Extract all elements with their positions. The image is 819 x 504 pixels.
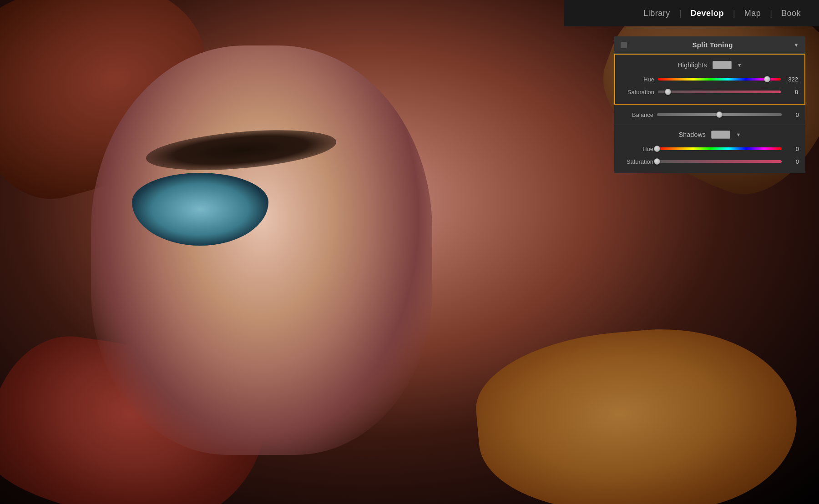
balance-section: Balance 0	[614, 105, 805, 125]
top-navigation: Library | Develop | Map | Book	[564, 0, 819, 26]
shadows-hue-label: Hue	[621, 146, 653, 152]
highlights-saturation-label: Saturation	[622, 89, 654, 96]
panel-header-icon	[621, 42, 627, 48]
nav-library[interactable]: Library	[634, 9, 679, 18]
shadows-saturation-thumb[interactable]	[654, 158, 660, 165]
root: Library | Develop | Map | Book Split Ton…	[0, 0, 819, 504]
highlights-hue-value: 322	[784, 76, 798, 83]
nav-map[interactable]: Map	[735, 9, 770, 18]
highlights-label: Highlights	[677, 61, 707, 69]
highlights-saturation-row: Saturation 8	[615, 86, 804, 98]
highlights-label-row: Highlights ▼	[615, 59, 804, 73]
highlights-chevron[interactable]: ▼	[737, 62, 742, 68]
leaf-bottom-right	[470, 318, 804, 504]
shadows-saturation-row: Saturation 0	[614, 155, 805, 168]
shadows-section: Shadows ▼ Hue 0 Saturation	[614, 125, 805, 173]
highlights-saturation-thumb[interactable]	[665, 89, 671, 95]
shadows-saturation-track	[657, 160, 782, 163]
shadows-saturation-value: 0	[785, 158, 799, 165]
nav-book[interactable]: Book	[772, 9, 810, 18]
panel-header: Split Toning ▼	[614, 36, 805, 54]
highlights-hue-thumb[interactable]	[764, 76, 770, 82]
shadows-label: Shadows	[679, 131, 706, 138]
highlights-color-swatch[interactable]	[713, 61, 732, 69]
shadows-hue-value: 0	[785, 146, 799, 152]
highlights-section: Highlights ▼ Hue 322 Saturation	[614, 54, 805, 105]
highlights-saturation-track	[658, 91, 781, 93]
shadows-label-row: Shadows ▼	[614, 129, 805, 142]
balance-value: 0	[785, 111, 799, 118]
balance-label: Balance	[621, 111, 653, 118]
highlights-hue-slider[interactable]	[658, 75, 781, 84]
highlights-hue-track	[658, 78, 781, 81]
balance-row: Balance 0	[614, 108, 805, 121]
shadows-hue-track	[657, 147, 782, 150]
balance-thumb[interactable]	[716, 111, 723, 118]
shadows-hue-thumb[interactable]	[654, 146, 660, 152]
highlights-saturation-slider[interactable]	[658, 87, 781, 96]
balance-slider[interactable]	[657, 110, 782, 119]
highlights-hue-label: Hue	[622, 76, 654, 83]
panel-title: Split Toning	[632, 41, 794, 49]
shadows-hue-row: Hue 0	[614, 142, 805, 155]
panel-collapse-chevron[interactable]: ▼	[794, 42, 799, 48]
shadows-hue-slider[interactable]	[657, 144, 782, 153]
highlights-hue-row: Hue 322	[615, 73, 804, 86]
face-area	[91, 45, 432, 455]
shadows-chevron[interactable]: ▼	[736, 132, 741, 137]
nav-develop[interactable]: Develop	[682, 9, 733, 18]
shadows-color-swatch[interactable]	[711, 131, 730, 139]
highlights-saturation-value: 8	[784, 89, 798, 96]
split-toning-panel: Split Toning ▼ Highlights ▼ Hue 322 S	[614, 36, 805, 173]
shadows-saturation-slider[interactable]	[657, 157, 782, 166]
shadows-saturation-label: Saturation	[621, 158, 653, 165]
